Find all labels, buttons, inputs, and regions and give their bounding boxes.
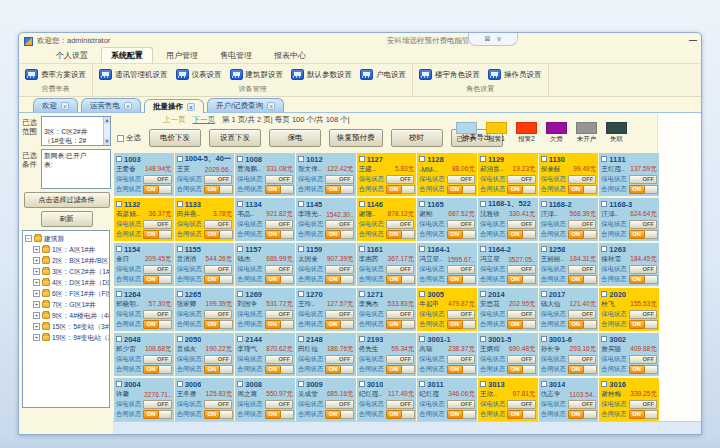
room-checkbox[interactable] [177,156,183,162]
switch-on-button[interactable]: ON [507,365,523,374]
ribbon-button-操作员设置[interactable]: 操作员设置 [488,69,542,80]
room-checkbox[interactable] [480,201,486,207]
switch-on-button[interactable]: ON [204,320,220,329]
tab-欢迎[interactable]: 欢迎× [33,98,78,112]
room-card[interactable]: 1004-5、40一王英2029.66..保电状态OFF合闸状态ON [175,153,235,196]
window-collapse-icon[interactable]: ∨ [496,35,501,43]
switch-on-button[interactable]: ON [568,320,584,329]
expand-icon[interactable]: + [33,279,40,286]
room-checkbox[interactable] [298,156,304,162]
power-off-button[interactable]: OFF [325,265,353,274]
switch-on-button[interactable]: ON [568,410,584,419]
room-checkbox[interactable] [419,201,425,207]
tree-item[interactable]: +3区：C区2#井（1#变 [25,266,109,277]
power-off-button[interactable]: OFF [386,400,414,409]
power-off-button[interactable]: OFF [204,310,232,319]
room-checkbox[interactable] [298,336,304,342]
tab-批量操作[interactable]: 批量操作× [144,99,204,113]
room-card[interactable]: 2148田红仙186.76元保电状态OFF合闸状态ON [296,333,356,376]
minimize-icon[interactable]: — [689,35,697,44]
power-off-button[interactable]: OFF [204,220,232,229]
room-card[interactable]: 1161李惠茜367.17元保电状态OFF合闸状态ON [357,243,417,286]
tree-item[interactable]: +6区：F区1#井（F区1# [25,288,109,299]
switch-on-button[interactable]: ON [265,230,281,239]
switch-on-button[interactable]: ON [568,275,584,284]
room-card[interactable]: 3001-1高瑜238.37元保电状态OFF合闸状态ON [417,333,477,376]
power-off-button[interactable]: OFF [568,220,596,229]
room-card[interactable]: 3006王冬雁125.83元保电状态OFF合闸状态ON [175,378,235,421]
power-off-button[interactable]: OFF [204,355,232,364]
switch-on-button[interactable]: ON [507,230,523,239]
tab-close-icon[interactable]: × [124,102,132,110]
select-all-checkbox[interactable] [117,135,124,142]
room-checkbox[interactable] [237,201,243,207]
switch-on-button[interactable]: ON [265,275,281,284]
switch-on-button[interactable]: ON [204,275,220,284]
power-off-button[interactable]: OFF [568,175,596,184]
expand-icon[interactable]: + [33,257,40,264]
room-checkbox[interactable] [601,381,607,387]
power-off-button[interactable]: OFF [568,355,596,364]
room-card[interactable]: 1269刘国争531.72元保电状态OFF合闸状态ON [235,288,295,331]
power-off-button[interactable]: OFF [568,310,596,319]
tree-item[interactable]: +1区：A区1#井 [25,244,109,255]
room-checkbox[interactable] [601,336,607,342]
collapse-icon[interactable]: − [25,235,32,242]
power-off-button[interactable]: OFF [507,310,535,319]
switch-on-button[interactable]: ON [265,185,281,194]
switch-on-button[interactable]: ON [386,275,402,284]
switch-on-button[interactable]: ON [143,365,159,374]
power-off-button[interactable]: OFF [386,265,414,274]
room-checkbox[interactable] [298,246,304,252]
tree-item[interactable]: +4区：D区1#井（D区1 [25,277,109,288]
switch-on-button[interactable]: ON [204,230,220,239]
room-checkbox[interactable] [298,291,304,297]
power-off-button[interactable]: OFF [265,310,293,319]
ribbon-button-仪表设置[interactable]: 仪表设置 [176,69,222,80]
room-card[interactable]: 3009吴成堂685.16元保电状态OFF合闸状态ON [296,378,356,421]
room-checkbox[interactable] [601,201,607,207]
power-off-button[interactable]: OFF [629,175,657,184]
room-checkbox[interactable] [480,381,486,387]
selected-range-listbox[interactable]: 3区：C区2#井 （1#变电：2# 变电：/区1#… ▲ ▼ [41,116,111,146]
room-checkbox[interactable] [177,381,183,387]
switch-on-button[interactable]: ON [629,410,645,419]
room-checkbox[interactable] [359,291,365,297]
room-checkbox[interactable] [541,336,547,342]
power-off-button[interactable]: OFF [204,265,232,274]
power-off-button[interactable]: OFF [143,310,171,319]
room-checkbox[interactable] [541,156,547,162]
room-card[interactable]: 1263徐秋雪184.45元保电状态OFF合闸状态ON [599,243,659,286]
switch-on-button[interactable]: ON [143,275,159,284]
room-card[interactable]: 1127王建..5.83元保电状态OFF合闸状态ON [357,153,417,196]
menu-item-售电管理[interactable]: 售电管理 [211,48,261,63]
switch-on-button[interactable]: ON [325,410,341,419]
room-checkbox[interactable] [116,156,122,162]
room-card[interactable]: 1133田井燕..3.78元保电状态OFF合闸状态ON [175,198,235,241]
room-card[interactable]: 1168-2汪泽..568.39元保电状态OFF合闸状态ON [539,198,599,241]
switch-on-button[interactable]: ON [325,230,341,239]
room-card[interactable]: 1168-1、522沈雅铁330.41元保电状态OFF合闸状态ON [478,198,538,241]
room-card[interactable]: 1270王玲..127.57元保电状态OFF合闸状态ON [296,288,356,331]
power-off-button[interactable]: OFF [629,355,657,364]
ribbon-button-建筑群设置[interactable]: 建筑群设置 [230,69,284,80]
power-off-button[interactable]: OFF [507,355,535,364]
switch-on-button[interactable]: ON [386,365,402,374]
room-card[interactable]: 1003王爱春148.94元保电状态OFF合闸状态ON [114,153,174,196]
room-checkbox[interactable] [359,381,365,387]
room-checkbox[interactable] [298,201,304,207]
tree-item[interactable]: +15区：5#变站（3#变 [25,321,109,332]
toolbar-button-设置下发[interactable]: 设置下发 [209,129,261,147]
scroll-up-icon[interactable]: ▲ [104,117,110,124]
tree-item[interactable]: +7区：G区1#井 [25,299,109,310]
power-off-button[interactable]: OFF [629,400,657,409]
filter-select-button[interactable]: 点击选择过滤条件 [24,192,110,208]
room-card[interactable]: 3001-6孙长争293.16元保电状态OFF合闸状态ON [539,333,599,376]
room-checkbox[interactable] [480,156,486,162]
power-off-button[interactable]: OFF [447,310,475,319]
switch-on-button[interactable]: ON [143,230,159,239]
switch-on-button[interactable]: ON [507,320,523,329]
power-off-button[interactable]: OFF [386,175,414,184]
room-checkbox[interactable] [480,291,486,297]
power-off-button[interactable]: OFF [447,265,475,274]
